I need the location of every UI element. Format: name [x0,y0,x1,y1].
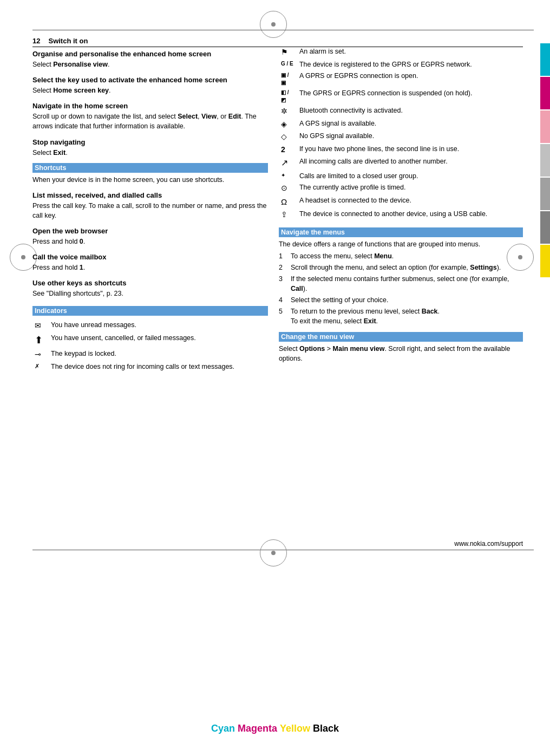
indicator-icon-keypad: ⊸ [34,349,49,361]
status-row-cug: ✦ Calls are limited to a closed user gro… [280,171,522,182]
status-icon-usb: ⇪ [280,209,297,221]
tab-gray2 [540,178,550,210]
status-text-gprs-susp: The GPRS or EGPRS connection is suspende… [298,88,522,105]
indicator-icon-msg: ✉ [34,320,49,332]
body-stop-nav: Select Exit. [32,148,268,158]
nav-step-3: 3 If the selected menu contains further … [279,274,523,294]
indicator-text-msg: You have unread messages. [50,320,267,332]
indicator-row-keypad: ⊸ The keypad is locked. [34,349,267,361]
section-missed-calls: List missed, received, and dialled calls… [32,191,268,220]
nav-step-num-1: 1 [279,251,286,261]
nav-step-text-4: Select the setting of your choice. [291,295,389,305]
indicator-text-keypad: The keypad is locked. [50,349,267,361]
status-row-bt: ✲ Bluetooth connectivity is activated. [280,106,522,118]
status-row-ge: G / E The device is registered to the GP… [280,60,522,70]
status-icon-timer: ⊙ [280,183,297,194]
tab-magenta [540,77,550,109]
nav-step-text-2: Scroll through the menu, and select an o… [291,263,501,272]
nav-step-text-3: If the selected menu contains further su… [291,274,523,294]
strip-cyan: Cyan [211,723,235,734]
nav-step-1: 1 To access the menu, select Menu. [279,251,523,261]
nav-step-num-3: 3 [279,274,286,294]
status-icon-gps-no: ◇ [280,131,297,143]
nav-step-4: 4 Select the setting of your choice. [279,295,523,305]
page-container: 12 Switch it on Organise and personalise… [0,0,550,756]
body-select-key: Select Home screen key. [32,86,268,95]
status-text-headset: A headset is connected to the device. [298,195,522,208]
tab-cyan [540,43,550,76]
body-other-shortcuts: See "Dialling shortcuts", p. 23. [32,289,268,298]
indicator-row-failed-msg: ⬆ You have unsent, cancelled, or failed … [34,333,267,348]
deco-circle-bottom [260,539,287,566]
right-column: ⚑ An alarm is set. G / E The device is r… [279,43,523,539]
nav-step-num-4: 4 [279,295,286,305]
heading-stop-nav: Stop navigating [32,138,268,146]
heading-other-shortcuts: Use other keys as shortcuts [32,279,268,287]
section-voice-mailbox: Call the voice mailbox Press and hold 1. [32,253,268,272]
status-icon-gprs-susp: ◧ / ◩ [280,88,297,105]
status-text-gps-no: No GPS signal available. [298,131,522,143]
section-organise: Organise and personalise the enhanced ho… [32,50,268,69]
navigate-menus-intro: The device offers a range of functions t… [279,239,523,249]
strip-yellow: Yellow [280,723,310,734]
heading-select-key: Select the key used to activate the enha… [32,76,268,84]
section-open-browser: Open the web browser Press and hold 0. [32,227,268,246]
shortcuts-body: When your device is in the home screen, … [32,175,268,185]
nav-step-5: 5 To return to the previous menu level, … [279,307,523,326]
indicator-icon-failed-msg: ⬆ [34,333,49,348]
change-menu-bar: Change the menu view [279,332,523,342]
footer-url: www.nokia.com/support [454,540,523,548]
heading-navigate-home: Navigate in the home screen [32,102,268,110]
status-text-timer: The currently active profile is timed. [298,183,522,194]
heading-voice-mailbox: Call the voice mailbox [32,253,268,261]
status-row-alarm: ⚑ An alarm is set. [280,47,522,58]
status-text-gprs-open: A GPRS or EGPRS connection is open. [298,71,522,87]
status-text-usb: The device is connected to another devic… [298,209,522,221]
indicator-text-failed-msg: You have unsent, cancelled, or failed me… [50,333,267,348]
navigate-menus-bar: Navigate the menus [279,227,523,237]
right-indicators-table: ⚑ An alarm is set. G / E The device is r… [279,45,523,222]
section-other-shortcuts: Use other keys as shortcuts See "Diallin… [32,279,268,298]
nav-step-text-1: To access the menu, select Menu. [291,251,394,261]
tab-pink [540,110,550,143]
page-footer: www.nokia.com/support [454,540,523,548]
section-select-key: Select the key used to activate the enha… [32,76,268,95]
status-icon-cug: ✦ [280,171,297,182]
body-navigate-home: Scroll up or down to navigate the list, … [32,112,268,131]
indicator-icon-silent: ✗ [34,362,49,373]
heading-organise: Organise and personalise the enhanced ho… [32,50,268,58]
color-tabs [540,43,550,277]
indicators-table: ✉ You have unread messages. ⬆ You have u… [32,319,268,373]
nav-steps-list: 1 To access the menu, select Menu. 2 Scr… [279,251,523,327]
status-row-timer: ⊙ The currently active profile is timed. [280,183,522,194]
body-missed-calls: Press the call key. To make a call, scro… [32,201,268,220]
hr-top [32,30,534,30]
section-navigate-home: Navigate in the home screen Scroll up or… [32,102,268,131]
indicator-row-silent: ✗ The device does not ring for incoming … [34,362,267,373]
status-icon-bt: ✲ [280,106,297,118]
status-icon-line2: 2 [280,144,297,156]
change-menu-body: Select Options > Main menu view. Scroll … [279,344,523,363]
status-text-cug: Calls are limited to a closed user group… [298,171,522,182]
status-row-divert: ↗ All incoming calls are diverted to ano… [280,157,522,170]
status-row-gps-yes: ◈ A GPS signal is available. [280,119,522,131]
status-icon-headset: Ω [280,195,297,208]
nav-step-2: 2 Scroll through the menu, and select an… [279,263,523,272]
status-icon-ge: G / E [280,60,297,70]
nav-step-num-5: 5 [279,307,286,326]
status-text-line2: If you have two phone lines, the second … [298,144,522,156]
body-organise: Select Personalise view. [32,60,268,69]
status-row-gprs-susp: ◧ / ◩ The GPRS or EGPRS connection is su… [280,88,522,105]
status-text-bt: Bluetooth connectivity is activated. [298,106,522,118]
status-icon-gprs-open: ▣ / ▣ [280,71,297,87]
status-text-gps-yes: A GPS signal is available. [298,119,522,131]
heading-missed-calls: List missed, received, and dialled calls [32,191,268,199]
status-icon-gps-yes: ◈ [280,119,297,131]
indicator-text-silent: The device does not ring for incoming ca… [50,362,267,373]
body-voice-mailbox: Press and hold 1. [32,263,268,272]
status-icon-divert: ↗ [280,157,297,170]
heading-open-browser: Open the web browser [32,227,268,235]
status-icon-alarm: ⚑ [280,47,297,58]
status-text-divert: All incoming calls are diverted to anoth… [298,157,522,170]
strip-black: Black [313,723,339,734]
